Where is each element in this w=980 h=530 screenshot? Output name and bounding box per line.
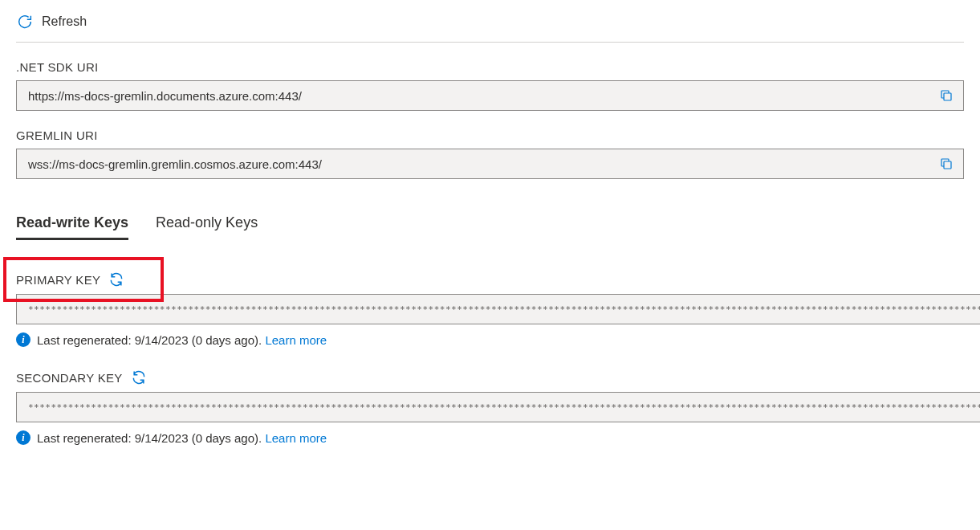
secondary-key-block: SECONDARY KEY **************************…	[16, 369, 964, 445]
learn-more-link[interactable]: Learn more	[265, 333, 327, 347]
primary-key-label-row: PRIMARY KEY	[16, 271, 964, 287]
secondary-key-regenerated-text: Last regenerated: 9/14/2023 (0 days ago)…	[37, 431, 265, 445]
refresh-icon	[16, 13, 34, 31]
refresh-button[interactable]: Refresh	[16, 13, 87, 31]
primary-key-value: ****************************************…	[28, 304, 980, 315]
copy-icon[interactable]	[937, 87, 955, 104]
secondary-key-info: i Last regenerated: 9/14/2023 (0 days ag…	[16, 430, 964, 445]
primary-key-label: PRIMARY KEY	[16, 273, 100, 287]
copy-icon[interactable]	[937, 155, 955, 173]
regenerate-icon[interactable]	[131, 369, 147, 385]
tab-read-write-keys[interactable]: Read-write Keys	[16, 214, 128, 240]
secondary-key-label: SECONDARY KEY	[16, 371, 123, 385]
secondary-key-value: ****************************************…	[28, 402, 980, 413]
net-sdk-uri-block: .NET SDK URI https://ms-docs-gremlin.doc…	[16, 60, 964, 111]
gremlin-uri-input[interactable]: wss://ms-docs-gremlin.gremlin.cosmos.azu…	[16, 149, 964, 179]
regenerate-icon[interactable]	[108, 271, 124, 287]
info-icon: i	[16, 332, 30, 347]
gremlin-uri-block: GREMLIN URI wss://ms-docs-gremlin.gremli…	[16, 128, 964, 179]
secondary-key-label-row: SECONDARY KEY	[16, 369, 964, 385]
net-sdk-uri-label: .NET SDK URI	[16, 60, 964, 74]
net-sdk-uri-input[interactable]: https://ms-docs-gremlin.documents.azure.…	[16, 80, 964, 111]
keys-tabs: Read-write Keys Read-only Keys	[16, 214, 964, 241]
toolbar: Refresh	[16, 10, 964, 43]
primary-key-input[interactable]: ****************************************…	[16, 294, 980, 324]
primary-key-block: PRIMARY KEY ****************************…	[16, 271, 964, 347]
info-icon: i	[16, 430, 30, 445]
gremlin-uri-label: GREMLIN URI	[16, 128, 964, 142]
secondary-key-input[interactable]: ****************************************…	[16, 392, 980, 422]
gremlin-uri-value: wss://ms-docs-gremlin.gremlin.cosmos.azu…	[28, 157, 322, 171]
primary-key-info: i Last regenerated: 9/14/2023 (0 days ag…	[16, 332, 964, 347]
primary-key-regenerated-text: Last regenerated: 9/14/2023 (0 days ago)…	[37, 333, 265, 347]
tab-read-only-keys[interactable]: Read-only Keys	[156, 214, 258, 240]
net-sdk-uri-value: https://ms-docs-gremlin.documents.azure.…	[28, 89, 302, 103]
refresh-label: Refresh	[42, 14, 87, 29]
learn-more-link[interactable]: Learn more	[265, 431, 327, 445]
svg-rect-1	[944, 161, 951, 169]
svg-rect-0	[944, 93, 951, 100]
